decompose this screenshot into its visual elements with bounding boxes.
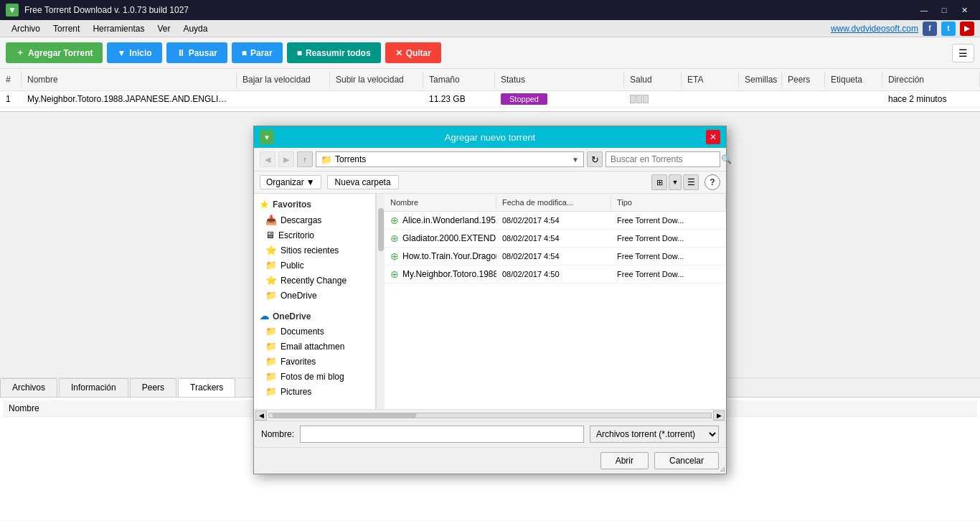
dialog-overlay: ▼ Agregar nuevo torrent ✕ ◀ ▶ ↑ 📁 Torren… xyxy=(0,0,980,112)
